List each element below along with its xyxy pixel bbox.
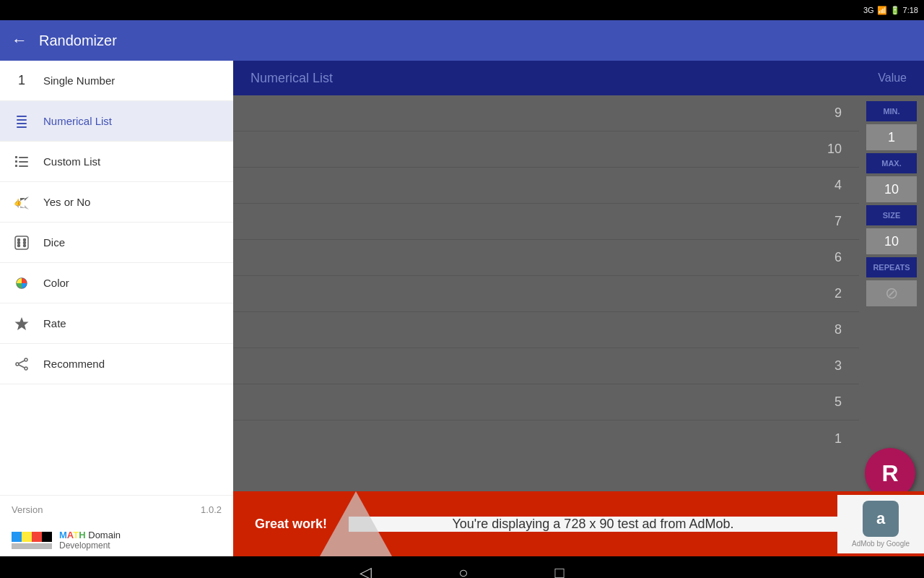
list-item: 3 <box>233 348 859 384</box>
app-bar: ← Randomizer <box>0 20 924 61</box>
list-header: Numerical List Value <box>233 61 924 95</box>
svg-point-13 <box>24 238 26 241</box>
list-item: 5 <box>233 384 859 420</box>
gray-bar <box>12 543 52 549</box>
sidebar-label-rate: Rate <box>43 317 66 329</box>
svg-point-14 <box>18 241 20 243</box>
sidebar: 1 Single Number Numerical List <box>0 61 233 556</box>
sidebar-label-numerical-list: Numerical List <box>43 115 112 127</box>
list-rows-container: 9 10 4 7 6 2 8 3 5 1 <box>233 95 859 491</box>
svg-point-22 <box>25 367 27 370</box>
list-item: 7 <box>233 204 859 240</box>
row-value-1: 10 <box>827 142 842 157</box>
recommend-icon <box>12 356 32 372</box>
custom-list-icon <box>12 154 32 170</box>
sidebar-label-yes-or-no: Yes or No <box>43 196 90 208</box>
rate-icon <box>12 316 32 332</box>
svg-rect-8 <box>15 165 17 167</box>
svg-rect-1 <box>17 119 27 121</box>
sidebar-item-yes-or-no[interactable]: 👍 Yes or No <box>0 182 233 223</box>
svg-rect-3 <box>17 126 27 128</box>
math-domain-name: MATH Domain <box>59 530 121 540</box>
svg-point-16 <box>18 244 20 246</box>
sidebar-label-dice: Dice <box>43 236 65 249</box>
color-bars <box>12 532 52 542</box>
size-button[interactable]: SIZE <box>866 205 917 225</box>
min-value: 1 <box>866 124 917 150</box>
numerical-list-icon <box>12 113 32 129</box>
content-area: Numerical List Value 9 10 4 7 6 2 8 3 5 … <box>233 61 924 556</box>
svg-rect-0 <box>17 116 27 117</box>
svg-rect-11 <box>15 236 28 249</box>
time-display: 7:18 <box>903 6 918 14</box>
max-button[interactable]: MAX. <box>866 153 917 173</box>
letter-h: H <box>79 530 85 540</box>
sidebar-version: Version 1.0.2 <box>0 495 233 524</box>
nav-home-button[interactable]: ○ <box>458 564 468 578</box>
status-bar: 3G 📶 🔋 7:18 <box>0 0 924 20</box>
list-item: 1 <box>233 420 859 457</box>
svg-point-17 <box>24 244 26 246</box>
svg-point-12 <box>18 238 20 241</box>
row-value-6: 8 <box>834 322 842 337</box>
ad-left: Great work! <box>233 511 349 538</box>
right-panel: MIN. 1 MAX. 10 SIZE 10 REPEATS ⊘ <box>859 95 924 491</box>
svg-rect-5 <box>19 157 28 158</box>
list-item: 6 <box>233 240 859 276</box>
dice-icon <box>12 235 32 251</box>
sidebar-item-dice[interactable]: Dice <box>0 223 233 263</box>
list-item: 10 <box>233 131 859 168</box>
math-domain-text-group: MATH Domain Development <box>59 530 121 551</box>
svg-rect-4 <box>15 156 17 158</box>
svg-point-20 <box>16 363 19 366</box>
sidebar-item-custom-list[interactable]: Custom List <box>0 142 233 182</box>
row-value-9: 1 <box>834 431 842 447</box>
max-value: 10 <box>866 176 917 202</box>
version-label: Version <box>12 504 43 515</box>
svg-rect-2 <box>17 123 27 124</box>
svg-point-21 <box>25 358 27 361</box>
row-value-7: 3 <box>834 358 842 374</box>
sidebar-item-recommend[interactable]: Recommend <box>0 344 233 384</box>
row-value-4: 6 <box>834 250 842 265</box>
list-body-with-right: 9 10 4 7 6 2 8 3 5 1 MIN. 1 MAX. 10 <box>233 95 924 491</box>
letter-m: M <box>59 530 67 540</box>
row-value-3: 7 <box>834 214 842 229</box>
nav-bar: ◁ ○ □ <box>0 556 924 578</box>
sidebar-item-color[interactable]: Color <box>0 263 233 303</box>
math-domain-sub: Development <box>59 540 121 551</box>
main-layout: 1 Single Number Numerical List <box>0 61 924 556</box>
list-item: 9 <box>233 95 859 131</box>
admob-label: AdMob by Google <box>852 540 910 548</box>
svg-line-23 <box>19 361 25 363</box>
list-title: Numerical List <box>250 71 333 86</box>
status-icons: 3G 📶 🔋 7:18 <box>863 6 918 15</box>
min-button[interactable]: MIN. <box>866 101 917 121</box>
sidebar-item-single-number[interactable]: 1 Single Number <box>0 61 233 101</box>
yes-or-no-icon: 👍 <box>12 194 32 211</box>
math-domain-footer: MATH Domain Development <box>0 524 233 556</box>
math-domain-bars <box>12 532 52 549</box>
nav-recents-button[interactable]: □ <box>555 564 565 578</box>
repeats-button[interactable]: REPEATS <box>866 257 917 277</box>
back-button[interactable]: ← <box>12 31 27 50</box>
row-value-8: 5 <box>834 394 842 410</box>
list-and-right: Numerical List Value 9 10 4 7 6 2 8 3 5 … <box>233 61 924 491</box>
list-item: 2 <box>233 276 859 312</box>
domain-word: Domain <box>86 530 121 540</box>
ad-message: You're displaying a 728 x 90 test ad fro… <box>349 517 837 532</box>
wifi-icon: 📶 <box>877 6 887 15</box>
sidebar-item-numerical-list[interactable]: Numerical List <box>0 101 233 142</box>
svg-point-15 <box>24 241 26 243</box>
ad-star-shape <box>320 491 392 556</box>
row-value-0: 9 <box>834 105 842 121</box>
sidebar-item-rate[interactable]: Rate <box>0 303 233 344</box>
list-column-header: Value <box>878 72 907 85</box>
nav-back-button[interactable]: ◁ <box>359 564 372 578</box>
repeats-icon: ⊘ <box>866 280 917 306</box>
ad-great-work-text: Great work! <box>255 517 327 532</box>
signal-icon: 3G <box>863 6 874 14</box>
ad-banner: Great work! You're displaying a 728 x 90… <box>233 491 924 556</box>
color-icon <box>12 275 32 291</box>
ad-right: a AdMob by Google <box>837 495 924 553</box>
